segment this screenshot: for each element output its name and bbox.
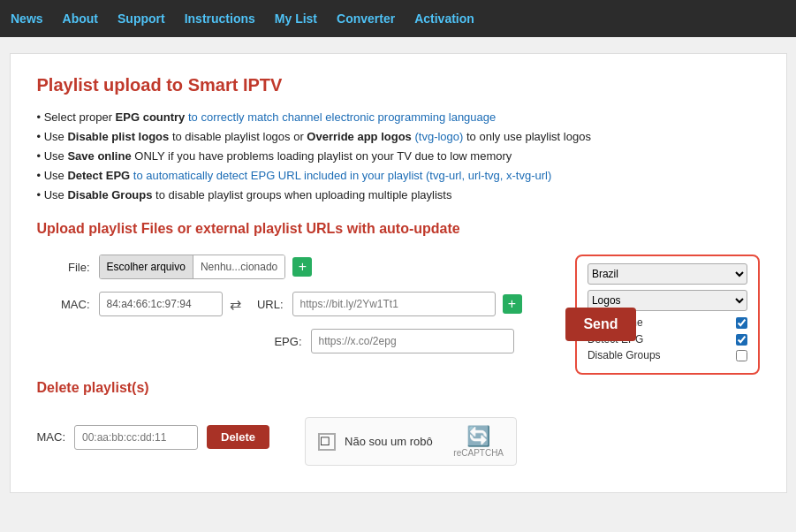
url-input[interactable] [292,292,496,316]
form-area: File: Escolher arquivo Nenhu...cionado +… [37,255,760,353]
bottom-row: MAC: Delete ☐ Não sou um robô 🔄 reCAPTCH… [37,408,760,466]
info-item-4: Use Detect EPG to automatically detect E… [37,166,760,186]
nav-instructions[interactable]: Instructions [185,11,255,26]
mac-label: MAC: [37,298,90,311]
nav-activation[interactable]: Activation [414,11,474,26]
disable-groups-row: Disable Groups [588,349,747,361]
info-item-5: Use Disable Groups to disable playlist g… [37,186,760,205]
info-item-3: Use Save online ONLY if you have problem… [37,147,760,166]
section-title: Upload playlist Files or external playli… [37,221,760,237]
info-list: Select proper EPG country to correctly m… [37,108,760,205]
epg-input[interactable] [311,329,514,353]
main-nav: News About Support Instructions My List … [0,0,796,37]
send-button[interactable]: Send [565,308,635,341]
nav-about[interactable]: About [63,11,98,26]
delete-row: MAC: Delete [37,425,270,450]
file-label: File: [37,261,90,274]
info-item-1: Select proper EPG country to correctly m… [37,108,760,127]
captcha-logo: 🔄 reCAPTCHA [453,425,504,458]
country-select[interactable]: Brazil USA UK [588,263,747,285]
save-online-checkbox[interactable] [736,317,747,329]
delete-mac-input[interactable] [74,425,198,450]
detect-epg-checkbox[interactable] [736,334,747,346]
send-wrapper: Send [555,308,635,341]
delete-title: Delete playlist(s) [37,380,760,396]
disable-groups-label: Disable Groups [588,349,661,361]
url-label: URL: [248,298,284,311]
nav-news[interactable]: News [11,11,43,26]
mac-input[interactable] [99,292,223,316]
recaptcha-icon: 🔄 [453,425,504,448]
delete-mac-label: MAC: [37,430,66,444]
info-item-2: Use Disable plist logos to disable playl… [37,127,760,147]
delete-section: Delete playlist(s) MAC: Delete ☐ Não sou… [37,380,760,466]
captcha-brand: reCAPTCHA [453,448,504,458]
disable-groups-checkbox[interactable] [736,350,747,361]
epg-label: EPG: [37,335,302,348]
swap-icon[interactable]: ⇄ [230,296,241,313]
add-file-button[interactable]: + [292,257,312,277]
nav-converter[interactable]: Converter [337,11,395,26]
main-container: Playlist upload to Smart IPTV Select pro… [10,53,787,493]
choose-file-button[interactable]: Escolher arquivo [100,255,193,278]
captcha-area[interactable]: ☐ Não sou um robô 🔄 reCAPTCHA [305,417,517,466]
captcha-checkbox[interactable]: ☐ [318,433,336,451]
add-url-button[interactable]: + [503,294,522,314]
captcha-text: Não sou um robô [345,435,433,448]
nav-support[interactable]: Support [118,11,165,26]
file-input-wrapper[interactable]: Escolher arquivo Nenhu...cionado [99,255,286,279]
delete-button[interactable]: Delete [207,425,269,449]
nav-mylist[interactable]: My List [275,11,317,26]
page-title: Playlist upload to Smart IPTV [37,75,760,95]
file-name-display: Nenhu...cionado [193,255,284,278]
